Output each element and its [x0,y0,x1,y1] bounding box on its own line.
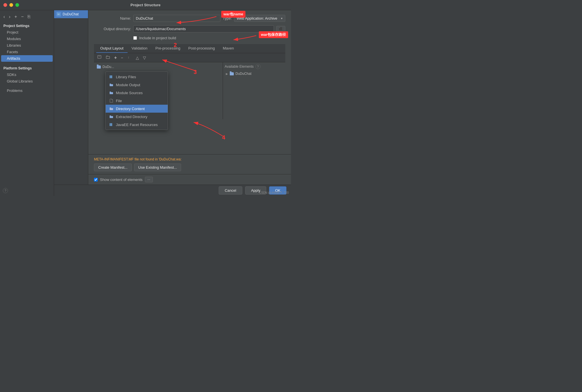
dropdown-item-module-output[interactable]: Module Output [106,81,168,89]
content-area: Name: Type: Web Application: Archive [88,10,291,185]
output-dir-label: Output directory: [94,27,131,31]
dropdown-menu: Library Files Module O [105,71,168,130]
toolbar-sort-btn[interactable]: ↕ [126,54,133,61]
tree-item-dudechat[interactable]: DuDu... [96,64,221,70]
toolbar-root-btn[interactable] [96,54,103,61]
tab-validation[interactable]: Validation [128,44,151,53]
svg-rect-16 [110,116,113,118]
project-settings-header: Project Settings [0,22,54,29]
dropdown-item-directory-content[interactable]: Directory Content [106,105,168,113]
layout-toolbar: + − ↕ △ ▽ [94,53,285,62]
traffic-lights [3,3,19,7]
include-in-build-row: Include in project build [94,36,285,40]
dropdown-extracted-directory-label: Extracted Directory [116,115,147,119]
name-label: Name: [94,16,131,20]
sidebar-nav: ‹ › + − ⎘ [0,13,54,22]
available-elements-panel: Available Elements ? ▶ DuDuChat [223,62,285,119]
sidebar-item-facets[interactable]: Facets [0,49,54,55]
tab-output-layout[interactable]: Output Layout [96,44,128,53]
ellipsis-button[interactable]: ··· [145,177,153,182]
available-tree-item[interactable]: ▶ DuDuChat [225,71,284,77]
toolbar-remove-btn[interactable]: − [119,55,124,61]
folder-icon [97,65,101,69]
global-help-button[interactable]: ? [3,188,8,193]
show-content-label: Show content of elements [100,178,143,182]
svg-rect-19 [111,123,112,126]
apply-button[interactable]: Apply [245,186,267,195]
tab-pre-processing[interactable]: Pre-processing [151,44,184,53]
toolbar-folders-btn[interactable] [104,54,112,61]
sidebar-item-libraries[interactable]: Libraries [0,42,54,49]
svg-rect-11 [110,84,111,84]
module-sources-icon [109,90,114,95]
svg-rect-9 [111,75,112,78]
sidebar-item-artifacts[interactable]: Artifacts [1,55,53,62]
artifact-entry-dudechat[interactable]: DuDuChat [54,10,88,18]
minimize-button[interactable] [9,3,13,7]
title-bar: Project Structure [0,0,291,10]
toolbar-add-btn[interactable]: + [113,55,118,61]
sidebar-item-modules[interactable]: Modules [0,36,54,42]
type-select[interactable]: Web Application: Archive [234,15,285,22]
output-dir-input[interactable] [133,25,274,32]
sidebar-item-global-libraries[interactable]: Global Libraries [0,78,54,84]
artifact-list: DuDuChat [54,10,88,185]
svg-text:↕: ↕ [128,55,130,59]
dropdown-module-sources-label: Module Sources [116,91,143,95]
include-in-build-label: Include in project build [139,36,176,40]
dropdown-item-javaee-facet[interactable]: JavaEE Facet Resources [106,121,168,129]
show-content-checkbox[interactable] [94,178,98,181]
svg-rect-15 [110,108,111,108]
help-button-bottom-left[interactable]: ? [3,188,8,193]
nav-back-button[interactable]: ‹ [2,14,6,20]
sidebar-item-project[interactable]: Project [0,29,54,36]
output-dir-row: Output directory: ⬛ [94,25,285,32]
ok-button[interactable]: OK [269,186,286,195]
toolbar-down-btn[interactable]: ▽ [142,55,147,61]
dropdown-item-file[interactable]: File [106,97,168,105]
available-elements-help[interactable]: ? [255,64,261,69]
sidebar-item-sdks[interactable]: SDKs [0,71,54,78]
type-select-wrapper: Web Application: Archive [234,15,285,22]
nav-forward-button[interactable]: › [8,14,11,20]
platform-settings-header: Platform Settings [0,65,54,71]
window-title: Project Structure [130,3,160,7]
nav-remove-button[interactable]: − [20,14,25,20]
maximize-button[interactable] [15,3,19,7]
svg-rect-13 [110,92,111,92]
file-icon [109,98,114,103]
tab-maven[interactable]: Maven [219,44,238,53]
name-input[interactable] [133,15,220,22]
available-tree-label: DuDuChat [235,72,251,76]
bottom-bar: Cancel Apply OK [54,185,291,196]
browse-button[interactable]: ⬛ [276,26,285,32]
cancel-button[interactable]: Cancel [219,186,242,195]
svg-rect-4 [98,55,101,58]
toolbar-up-btn[interactable]: △ [134,55,140,61]
dropdown-item-module-sources[interactable]: Module Sources [106,89,168,97]
manifest-buttons: Create Manifest... Use Existing Manifest… [94,164,285,171]
svg-rect-17 [110,115,111,116]
artifact-name: DuDuChat [63,12,79,16]
dropdown-item-library-files[interactable]: Library Files [106,73,168,81]
svg-rect-8 [110,75,111,78]
split-area: DuDu... Available Elements ? ▶ [94,62,285,119]
module-output-icon [109,82,114,87]
dropdown-file-label: File [116,99,122,103]
sidebar-item-problems[interactable]: Problems [0,87,54,94]
dropdown-item-extracted-directory[interactable]: Extracted Directory [106,113,168,121]
dropdown-directory-content-label: Directory Content [116,107,145,111]
create-manifest-button[interactable]: Create Manifest... [94,164,132,171]
extracted-directory-icon [109,114,114,119]
sidebar: ‹ › + − ⎘ Project Settings Project Modul… [0,10,54,196]
include-in-build-checkbox[interactable] [133,36,137,40]
use-existing-manifest-button[interactable]: Use Existing Manifest... [134,164,181,171]
tree-item-label: DuDu... [103,65,114,69]
svg-rect-10 [110,84,113,86]
tab-post-processing[interactable]: Post-processing [184,44,219,53]
nav-add-button[interactable]: + [13,14,18,20]
nav-copy-button[interactable]: ⎘ [26,14,32,20]
close-button[interactable] [3,3,7,7]
svg-rect-12 [110,92,113,94]
dropdown-module-output-label: Module Output [116,83,140,87]
